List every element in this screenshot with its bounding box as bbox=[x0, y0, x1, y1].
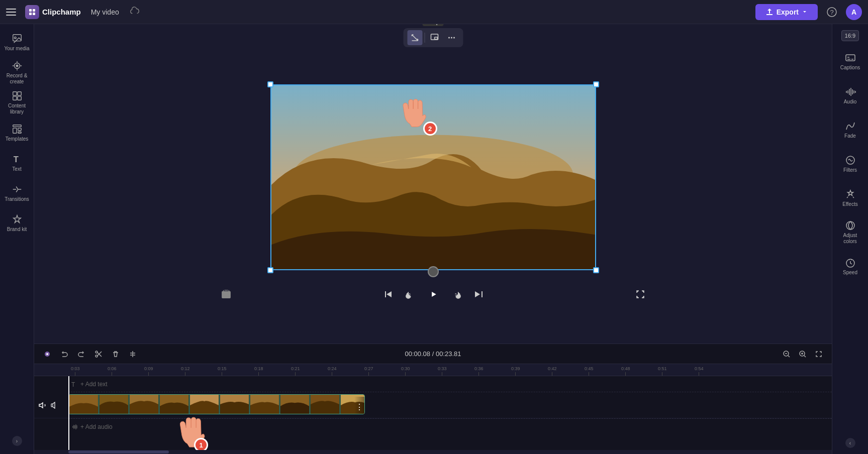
ruler-tick-7: 0:24 bbox=[328, 366, 337, 376]
ruler-tick-3: 0:12 bbox=[181, 366, 190, 376]
thumb-cell-5 bbox=[189, 395, 220, 414]
crop-handle-center-bottom[interactable] bbox=[428, 266, 439, 277]
right-tool-label-adjust-colors: Adjust colors bbox=[836, 233, 864, 245]
ruler-tick-10: 0:33 bbox=[438, 366, 447, 376]
timeline-scrollbar-thumb[interactable] bbox=[68, 450, 169, 453]
timeline-tracks: T + Add text bbox=[34, 376, 832, 450]
video-clip-end-handle[interactable]: ⋮ bbox=[354, 397, 364, 414]
video-preview-area: Crop bbox=[34, 24, 832, 344]
sidebar-item-label-text: Text bbox=[12, 166, 21, 172]
fast-forward-button[interactable]: 5 bbox=[447, 285, 465, 303]
ruler-content: 0:030:060:090:120:150:180:210:240:270:30… bbox=[68, 364, 832, 376]
video-canvas[interactable] bbox=[270, 84, 596, 270]
right-tool-captions[interactable]: Captions bbox=[836, 45, 864, 77]
sidebar-item-text[interactable]: T Text bbox=[3, 149, 31, 177]
scene-detection-button[interactable] bbox=[217, 285, 235, 303]
thumb-cell-3 bbox=[129, 395, 159, 414]
video-track-row: ⋮ 1 bbox=[34, 392, 832, 418]
sidebar-item-brand-kit[interactable]: Brand kit bbox=[3, 209, 31, 237]
right-tool-fade[interactable]: Fade bbox=[836, 113, 864, 146]
ruler-tick-11: 0:36 bbox=[474, 366, 484, 376]
right-tool-effects[interactable]: Effects bbox=[836, 182, 864, 214]
ruler-tick-17: 0:54 bbox=[695, 366, 704, 376]
sidebar-expand-button[interactable]: › bbox=[12, 436, 22, 446]
fullscreen-button[interactable] bbox=[631, 285, 649, 303]
right-tool-speed[interactable]: Speed bbox=[836, 250, 864, 282]
right-tool-filters[interactable]: Filters bbox=[836, 148, 864, 180]
redo-button[interactable] bbox=[74, 347, 88, 361]
svg-text:?: ? bbox=[830, 9, 833, 16]
undo-button[interactable] bbox=[57, 347, 71, 361]
fit-to-window-button[interactable] bbox=[812, 347, 826, 361]
crop-handle-bottom-left[interactable] bbox=[267, 267, 273, 273]
export-button[interactable]: Export bbox=[755, 4, 818, 20]
hamburger-menu-button[interactable] bbox=[6, 5, 20, 19]
annotation-badge-1: 1 bbox=[194, 438, 208, 450]
right-tool-label-effects: Effects bbox=[842, 201, 857, 207]
ruler-tick-15: 0:48 bbox=[621, 366, 630, 376]
thumb-cell-4 bbox=[159, 395, 189, 414]
pip-tool-button[interactable] bbox=[427, 30, 442, 45]
svg-text:5: 5 bbox=[409, 293, 411, 296]
skip-to-start-button[interactable] bbox=[379, 285, 397, 303]
video-clip[interactable]: ⋮ bbox=[68, 394, 365, 414]
video-canvas-wrapper: 2 bbox=[270, 84, 596, 270]
topbar-left: Clipchamp My video bbox=[6, 5, 141, 19]
sidebar-item-label-transitions: Transitions bbox=[5, 196, 29, 202]
cut-button[interactable] bbox=[91, 347, 106, 361]
crop-handle-top-left[interactable] bbox=[267, 81, 273, 87]
aspect-ratio-selector[interactable]: 16:9 bbox=[841, 30, 859, 41]
split-button[interactable] bbox=[126, 347, 140, 361]
ruler-tick-12: 0:39 bbox=[511, 366, 520, 376]
add-audio-track[interactable]: + Add audio bbox=[68, 418, 832, 434]
rewind-button[interactable]: 5 bbox=[401, 285, 419, 303]
video-volume-button[interactable] bbox=[49, 400, 59, 410]
ruler-tick-1: 0:06 bbox=[108, 366, 117, 376]
svg-point-21 bbox=[448, 37, 450, 39]
crop-tool-button[interactable] bbox=[407, 30, 422, 45]
sidebar-item-your-media[interactable]: Your media bbox=[3, 28, 31, 56]
help-button[interactable]: ? bbox=[824, 4, 840, 20]
more-options-button[interactable] bbox=[444, 30, 459, 45]
play-pause-button[interactable] bbox=[423, 284, 443, 304]
crop-handle-top-right[interactable] bbox=[593, 81, 599, 87]
svg-text:T: T bbox=[13, 154, 18, 163]
thumb-cell-1 bbox=[69, 395, 99, 414]
user-avatar[interactable]: A bbox=[846, 4, 862, 20]
crop-handle-bottom-right[interactable] bbox=[593, 267, 599, 273]
sidebar-item-templates[interactable]: Templates bbox=[3, 119, 31, 147]
sidebar-item-label-brand-kit: Brand kit bbox=[7, 226, 27, 233]
sidebar-item-transitions[interactable]: Transitions bbox=[3, 179, 31, 207]
delete-button[interactable] bbox=[109, 347, 123, 361]
zoom-out-button[interactable] bbox=[780, 347, 794, 361]
svg-rect-17 bbox=[18, 132, 21, 133]
svg-point-52 bbox=[846, 221, 854, 230]
sidebar-item-content-library[interactable]: Content library bbox=[3, 88, 31, 117]
crop-tooltip: Crop bbox=[422, 24, 443, 26]
zoom-in-button[interactable] bbox=[796, 347, 810, 361]
add-text-track[interactable]: T + Add text bbox=[68, 376, 832, 392]
video-mute-button[interactable] bbox=[37, 400, 47, 410]
timeline-toolbar: 00:00.08 / 00:23.81 bbox=[34, 344, 832, 364]
sidebar-item-record-create[interactable]: Record & create bbox=[3, 58, 31, 86]
svg-rect-10 bbox=[13, 91, 16, 95]
video-title[interactable]: My video bbox=[86, 6, 124, 18]
right-tool-adjust-colors[interactable]: Adjust colors bbox=[836, 216, 864, 248]
timeline-home-button[interactable] bbox=[40, 347, 54, 361]
svg-point-35 bbox=[95, 351, 98, 353]
skip-to-end-button[interactable] bbox=[469, 285, 488, 303]
right-sidebar-collapse-button[interactable]: ‹ bbox=[845, 438, 855, 448]
playback-center: 5 5 bbox=[379, 284, 488, 304]
ruler-tick-8: 0:27 bbox=[364, 366, 373, 376]
ruler-tick-4: 0:15 bbox=[218, 366, 227, 376]
svg-point-34 bbox=[95, 355, 98, 357]
timeline-scrollbar[interactable] bbox=[34, 450, 832, 454]
thumb-cell-7 bbox=[250, 395, 280, 414]
svg-rect-16 bbox=[18, 128, 21, 131]
svg-rect-39 bbox=[51, 404, 53, 407]
thumb-cell-8 bbox=[280, 395, 310, 414]
add-text-label: + Add text bbox=[80, 381, 108, 388]
timeline-zoom-controls bbox=[780, 347, 826, 361]
right-tool-audio[interactable]: Audio bbox=[836, 79, 864, 111]
video-track-label bbox=[34, 400, 68, 410]
